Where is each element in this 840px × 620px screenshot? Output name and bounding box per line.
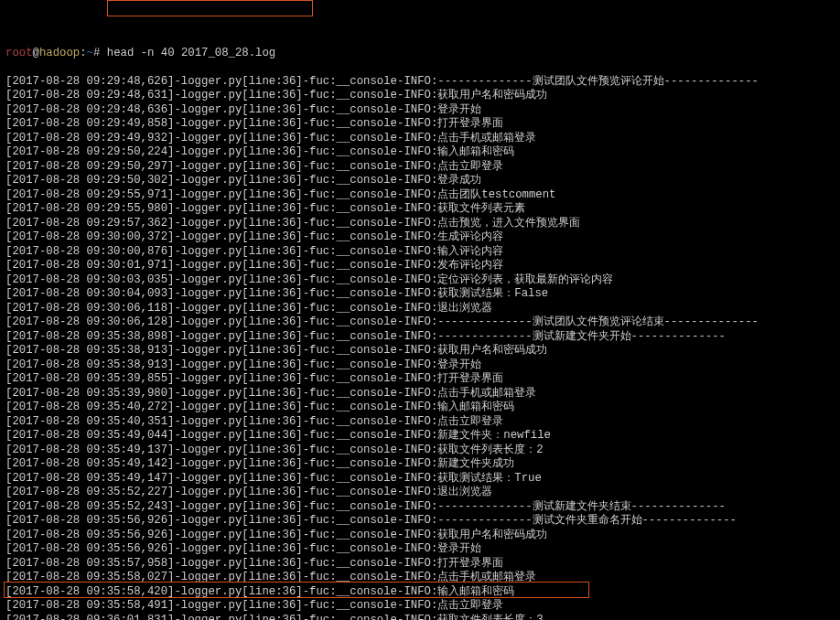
log-line: [2017-08-28 09:29:48,631]-logger.py[line… [5, 89, 835, 103]
log-line: [2017-08-28 09:29:49,858]-logger.py[line… [5, 117, 835, 132]
prompt-at: @ [33, 47, 39, 59]
log-line: [2017-08-28 09:35:40,351]-logger.py[line… [5, 415, 835, 430]
log-line: [2017-08-28 09:35:49,137]-logger.py[line… [5, 444, 835, 458]
log-line: [2017-08-28 09:35:40,272]-logger.py[line… [5, 401, 835, 415]
log-line: [2017-08-28 09:35:52,243]-logger.py[line… [5, 500, 835, 515]
prompt-line: root@hadoop:~# head -n 40 2017_08_28.log [5, 47, 835, 61]
log-line: [2017-08-28 09:35:58,491]-logger.py[line… [5, 599, 835, 614]
log-line: [2017-08-28 09:35:38,898]-logger.py[line… [5, 330, 835, 345]
log-line: [2017-08-28 09:30:03,035]-logger.py[line… [5, 273, 835, 288]
log-line: [2017-08-28 09:29:50,297]-logger.py[line… [5, 160, 835, 175]
prompt-user: root [5, 47, 33, 59]
highlight-box-command [107, 0, 313, 16]
log-line: [2017-08-28 09:35:39,855]-logger.py[line… [5, 372, 835, 387]
log-line: [2017-08-28 09:30:00,876]-logger.py[line… [5, 245, 835, 260]
log-line: [2017-08-28 09:30:04,093]-logger.py[line… [5, 287, 835, 302]
log-line: [2017-08-28 09:29:57,362]-logger.py[line… [5, 217, 835, 231]
log-line: [2017-08-28 09:35:56,926]-logger.py[line… [5, 542, 835, 557]
log-line: [2017-08-28 09:29:50,224]-logger.py[line… [5, 145, 835, 160]
log-line: [2017-08-28 09:29:55,971]-logger.py[line… [5, 188, 835, 203]
prompt-host: hadoop [39, 47, 80, 59]
log-line: [2017-08-28 09:29:48,626]-logger.py[line… [5, 75, 835, 90]
log-line: [2017-08-28 09:35:58,027]-logger.py[line… [5, 571, 835, 585]
log-line: [2017-08-28 09:29:49,932]-logger.py[line… [5, 132, 835, 146]
log-line: [2017-08-28 09:35:39,980]-logger.py[line… [5, 387, 835, 401]
prompt-path: ~ [87, 47, 93, 59]
log-line: [2017-08-28 09:35:49,147]-logger.py[line… [5, 472, 835, 486]
prompt-colon: : [80, 47, 86, 59]
log-line: [2017-08-28 09:35:52,227]-logger.py[line… [5, 486, 835, 500]
command-text: head -n 40 2017_08_28.log [107, 47, 275, 59]
log-line: [2017-08-28 09:35:49,044]-logger.py[line… [5, 429, 835, 444]
log-line: [2017-08-28 09:30:06,118]-logger.py[line… [5, 302, 835, 316]
log-line: [2017-08-28 09:35:38,913]-logger.py[line… [5, 344, 835, 358]
log-line: [2017-08-28 09:35:56,926]-logger.py[line… [5, 529, 835, 543]
log-line: [2017-08-28 09:35:57,958]-logger.py[line… [5, 557, 835, 572]
prompt-hash: # [93, 47, 107, 59]
terminal-output[interactable]: root@hadoop:~# head -n 40 2017_08_28.log… [0, 0, 840, 620]
log-line: [2017-08-28 09:29:48,636]-logger.py[line… [5, 103, 835, 118]
log-lines: [2017-08-28 09:29:48,626]-logger.py[line… [5, 75, 835, 621]
log-line: [2017-08-28 09:30:06,128]-logger.py[line… [5, 315, 835, 330]
log-line: [2017-08-28 09:35:38,913]-logger.py[line… [5, 358, 835, 373]
log-line: [2017-08-28 09:29:55,980]-logger.py[line… [5, 202, 835, 217]
log-line: [2017-08-28 09:35:56,926]-logger.py[line… [5, 514, 835, 529]
log-line: [2017-08-28 09:35:49,142]-logger.py[line… [5, 457, 835, 472]
log-line: [2017-08-28 09:29:50,302]-logger.py[line… [5, 174, 835, 188]
log-line: [2017-08-28 09:30:00,372]-logger.py[line… [5, 230, 835, 245]
log-line: [2017-08-28 09:30:01,971]-logger.py[line… [5, 259, 835, 273]
log-line: [2017-08-28 09:35:58,420]-logger.py[line… [5, 585, 835, 600]
log-line: [2017-08-28 09:36:01,831]-logger.py[line… [5, 614, 835, 621]
